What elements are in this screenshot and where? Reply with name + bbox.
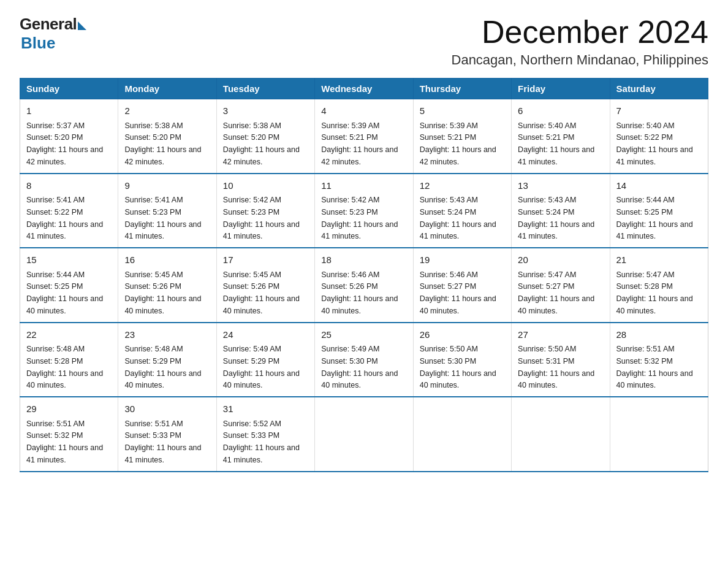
calendar-cell: 3Sunrise: 5:38 AMSunset: 5:20 PMDaylight…: [216, 99, 314, 174]
day-number: 19: [420, 253, 505, 267]
calendar-cell: 14Sunrise: 5:44 AMSunset: 5:25 PMDayligh…: [610, 174, 708, 248]
day-info: Sunrise: 5:47 AMSunset: 5:28 PMDaylight:…: [616, 270, 693, 315]
calendar-cell: 11Sunrise: 5:42 AMSunset: 5:23 PMDayligh…: [315, 174, 413, 248]
calendar-table: SundayMondayTuesdayWednesdayThursdayFrid…: [20, 78, 708, 472]
calendar-cell: 28Sunrise: 5:51 AMSunset: 5:32 PMDayligh…: [610, 323, 708, 397]
calendar-week-row: 1Sunrise: 5:37 AMSunset: 5:20 PMDaylight…: [20, 99, 708, 174]
calendar-cell: 7Sunrise: 5:40 AMSunset: 5:22 PMDaylight…: [610, 99, 708, 174]
day-info: Sunrise: 5:38 AMSunset: 5:20 PMDaylight:…: [223, 121, 300, 166]
logo-triangle-icon: [78, 21, 86, 30]
column-header-sunday: Sunday: [20, 79, 118, 99]
day-number: 4: [321, 104, 406, 118]
calendar-cell: [413, 397, 511, 472]
day-info: Sunrise: 5:41 AMSunset: 5:23 PMDaylight:…: [124, 196, 201, 240]
page-header: General Blue December 2024 Dancagan, Nor…: [20, 15, 708, 68]
calendar-cell: 24Sunrise: 5:49 AMSunset: 5:29 PMDayligh…: [216, 323, 314, 397]
day-info: Sunrise: 5:52 AMSunset: 5:33 PMDaylight:…: [223, 419, 300, 464]
day-number: 18: [321, 253, 406, 267]
day-number: 15: [26, 253, 112, 267]
calendar-week-row: 22Sunrise: 5:48 AMSunset: 5:28 PMDayligh…: [20, 323, 708, 397]
day-number: 29: [26, 402, 112, 416]
logo-blue-text: Blue: [21, 34, 55, 53]
day-number: 30: [124, 402, 210, 416]
day-number: 10: [223, 179, 308, 193]
column-header-saturday: Saturday: [610, 79, 708, 99]
calendar-cell: 16Sunrise: 5:45 AMSunset: 5:26 PMDayligh…: [118, 248, 216, 323]
calendar-cell: 26Sunrise: 5:50 AMSunset: 5:30 PMDayligh…: [413, 323, 511, 397]
day-number: 13: [518, 179, 603, 193]
day-number: 28: [616, 328, 702, 342]
calendar-cell: 15Sunrise: 5:44 AMSunset: 5:25 PMDayligh…: [20, 248, 118, 323]
column-header-thursday: Thursday: [413, 79, 511, 99]
day-info: Sunrise: 5:46 AMSunset: 5:27 PMDaylight:…: [420, 270, 496, 315]
day-info: Sunrise: 5:46 AMSunset: 5:26 PMDaylight:…: [321, 270, 398, 315]
day-number: 17: [223, 253, 308, 267]
calendar-week-row: 15Sunrise: 5:44 AMSunset: 5:25 PMDayligh…: [20, 248, 708, 323]
location-title: Dancagan, Northern Mindanao, Philippines: [452, 52, 708, 68]
calendar-cell: 8Sunrise: 5:41 AMSunset: 5:22 PMDaylight…: [20, 174, 118, 248]
day-number: 21: [616, 253, 702, 267]
day-number: 5: [420, 104, 505, 118]
day-number: 31: [223, 402, 308, 416]
calendar-cell: 23Sunrise: 5:48 AMSunset: 5:29 PMDayligh…: [118, 323, 216, 397]
calendar-cell: [610, 397, 708, 472]
day-info: Sunrise: 5:39 AMSunset: 5:21 PMDaylight:…: [420, 121, 496, 166]
day-info: Sunrise: 5:43 AMSunset: 5:24 PMDaylight:…: [420, 196, 496, 240]
day-number: 2: [124, 104, 210, 118]
day-number: 1: [26, 104, 112, 118]
calendar-cell: 17Sunrise: 5:45 AMSunset: 5:26 PMDayligh…: [216, 248, 314, 323]
day-info: Sunrise: 5:40 AMSunset: 5:21 PMDaylight:…: [518, 121, 594, 166]
day-info: Sunrise: 5:51 AMSunset: 5:32 PMDaylight:…: [616, 345, 693, 389]
calendar-cell: 27Sunrise: 5:50 AMSunset: 5:31 PMDayligh…: [512, 323, 610, 397]
day-info: Sunrise: 5:42 AMSunset: 5:23 PMDaylight:…: [223, 196, 300, 240]
day-number: 24: [223, 328, 308, 342]
day-info: Sunrise: 5:42 AMSunset: 5:23 PMDaylight:…: [321, 196, 398, 240]
day-number: 27: [518, 328, 603, 342]
day-number: 8: [26, 179, 112, 193]
day-info: Sunrise: 5:50 AMSunset: 5:31 PMDaylight:…: [518, 345, 594, 389]
day-number: 12: [420, 179, 505, 193]
day-info: Sunrise: 5:48 AMSunset: 5:28 PMDaylight:…: [26, 345, 103, 389]
day-info: Sunrise: 5:44 AMSunset: 5:25 PMDaylight:…: [616, 196, 693, 240]
day-info: Sunrise: 5:51 AMSunset: 5:33 PMDaylight:…: [124, 419, 201, 464]
day-info: Sunrise: 5:44 AMSunset: 5:25 PMDaylight:…: [26, 270, 103, 315]
calendar-cell: 12Sunrise: 5:43 AMSunset: 5:24 PMDayligh…: [413, 174, 511, 248]
day-number: 25: [321, 328, 406, 342]
title-block: December 2024 Dancagan, Northern Mindana…: [452, 15, 708, 68]
day-info: Sunrise: 5:49 AMSunset: 5:29 PMDaylight:…: [223, 345, 300, 389]
calendar-cell: 20Sunrise: 5:47 AMSunset: 5:27 PMDayligh…: [512, 248, 610, 323]
calendar-cell: 5Sunrise: 5:39 AMSunset: 5:21 PMDaylight…: [413, 99, 511, 174]
calendar-cell: 30Sunrise: 5:51 AMSunset: 5:33 PMDayligh…: [118, 397, 216, 472]
calendar-week-row: 29Sunrise: 5:51 AMSunset: 5:32 PMDayligh…: [20, 397, 708, 472]
column-header-tuesday: Tuesday: [216, 79, 314, 99]
calendar-cell: 1Sunrise: 5:37 AMSunset: 5:20 PMDaylight…: [20, 99, 118, 174]
day-number: 14: [616, 179, 702, 193]
day-info: Sunrise: 5:45 AMSunset: 5:26 PMDaylight:…: [223, 270, 300, 315]
day-info: Sunrise: 5:39 AMSunset: 5:21 PMDaylight:…: [321, 121, 398, 166]
day-number: 26: [420, 328, 505, 342]
day-info: Sunrise: 5:37 AMSunset: 5:20 PMDaylight:…: [26, 121, 103, 166]
calendar-cell: 9Sunrise: 5:41 AMSunset: 5:23 PMDaylight…: [118, 174, 216, 248]
calendar-cell: 13Sunrise: 5:43 AMSunset: 5:24 PMDayligh…: [512, 174, 610, 248]
day-info: Sunrise: 5:50 AMSunset: 5:30 PMDaylight:…: [420, 345, 496, 389]
day-number: 16: [124, 253, 210, 267]
column-header-wednesday: Wednesday: [315, 79, 413, 99]
logo-general-text: General: [20, 15, 77, 34]
day-info: Sunrise: 5:40 AMSunset: 5:22 PMDaylight:…: [616, 121, 693, 166]
calendar-cell: 18Sunrise: 5:46 AMSunset: 5:26 PMDayligh…: [315, 248, 413, 323]
day-info: Sunrise: 5:51 AMSunset: 5:32 PMDaylight:…: [26, 419, 103, 464]
calendar-cell: 4Sunrise: 5:39 AMSunset: 5:21 PMDaylight…: [315, 99, 413, 174]
day-number: 11: [321, 179, 406, 193]
day-info: Sunrise: 5:41 AMSunset: 5:22 PMDaylight:…: [26, 196, 103, 240]
column-header-friday: Friday: [512, 79, 610, 99]
column-header-monday: Monday: [118, 79, 216, 99]
calendar-cell: 22Sunrise: 5:48 AMSunset: 5:28 PMDayligh…: [20, 323, 118, 397]
day-number: 3: [223, 104, 308, 118]
day-number: 9: [124, 179, 210, 193]
day-info: Sunrise: 5:47 AMSunset: 5:27 PMDaylight:…: [518, 270, 594, 315]
calendar-header-row: SundayMondayTuesdayWednesdayThursdayFrid…: [20, 79, 708, 99]
calendar-cell: 29Sunrise: 5:51 AMSunset: 5:32 PMDayligh…: [20, 397, 118, 472]
calendar-cell: 21Sunrise: 5:47 AMSunset: 5:28 PMDayligh…: [610, 248, 708, 323]
calendar-cell: 25Sunrise: 5:49 AMSunset: 5:30 PMDayligh…: [315, 323, 413, 397]
calendar-cell: 31Sunrise: 5:52 AMSunset: 5:33 PMDayligh…: [216, 397, 314, 472]
